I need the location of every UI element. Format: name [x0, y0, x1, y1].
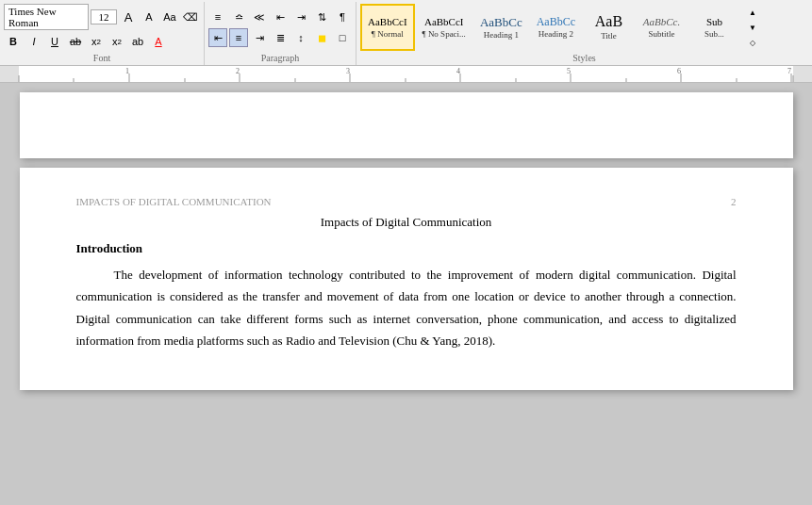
style-title[interactable]: AaB Title	[583, 4, 635, 51]
doc-area: IMPACTS OF DIGITAL COMMUNICATION 2 Impac…	[0, 83, 812, 505]
page-main: IMPACTS OF DIGITAL COMMUNICATION 2 Impac…	[20, 168, 793, 390]
align-left-btn[interactable]: ⇤	[208, 28, 227, 47]
increase-indent-btn[interactable]: ⇥	[291, 8, 310, 26]
svg-rect-0	[0, 66, 19, 83]
doc-title: Impacts of Digital Communication	[76, 215, 737, 230]
bullets-btn[interactable]: ≡	[208, 8, 227, 26]
style-subtitle-preview: AaBbCc.	[643, 17, 680, 27]
header-title: IMPACTS OF DIGITAL COMMUNICATION	[76, 196, 272, 207]
paragraph-label: Paragraph	[208, 53, 352, 63]
strikethrough-btn[interactable]: ab	[66, 32, 85, 51]
svg-text:5: 5	[567, 67, 571, 75]
styles-label: Styles	[360, 53, 808, 63]
shading-btn[interactable]: ◼	[312, 28, 331, 47]
decrease-font-btn[interactable]: A	[140, 8, 158, 26]
style-heading2[interactable]: AaBbCc Heading 2	[530, 4, 582, 51]
main-paragraph: The development of information technolog…	[76, 264, 737, 352]
page-header: IMPACTS OF DIGITAL COMMUNICATION 2	[76, 196, 737, 207]
section-heading: Introduction	[76, 241, 737, 256]
styles-more[interactable]: ◇	[743, 35, 762, 50]
svg-text:7: 7	[787, 67, 791, 75]
svg-text:3: 3	[346, 67, 350, 75]
style-sub[interactable]: Sub Sub...	[688, 4, 740, 51]
page-top	[20, 92, 793, 158]
style-sub-preview: Sub	[706, 17, 722, 27]
style-nospace[interactable]: AaBbCcI ¶ No Spaci...	[416, 4, 472, 51]
style-heading2-preview: AaBbCc	[537, 16, 575, 27]
style-heading1-preview: AaBbCc	[480, 16, 522, 28]
ribbon: Times New Roman 12 A A Aa ⌫ B I U ab x2 …	[0, 0, 812, 66]
font-color-btn[interactable]: A	[149, 32, 168, 51]
styles-scroll-down[interactable]: ▼	[743, 20, 762, 35]
style-normal-label: ¶ Normal	[372, 29, 404, 39]
subscript-btn[interactable]: x2	[87, 32, 106, 51]
highlight-btn[interactable]: ab	[128, 32, 147, 51]
superscript-btn[interactable]: x2	[108, 32, 126, 51]
font-size-input[interactable]: 12	[91, 9, 117, 24]
style-nospace-label: ¶ No Spaci...	[423, 29, 466, 39]
multilevel-btn[interactable]: ≪	[250, 8, 269, 26]
show-hide-btn[interactable]: ¶	[333, 8, 352, 26]
style-nospace-preview: AaBbCcI	[424, 17, 464, 27]
font-section: Times New Roman 12 A A Aa ⌫ B I U ab x2 …	[0, 2, 205, 65]
style-sub-label: Sub...	[704, 29, 724, 39]
underline-btn[interactable]: U	[45, 32, 64, 51]
style-subtitle-label: Subtitle	[648, 29, 674, 39]
increase-font-btn[interactable]: A	[119, 8, 138, 26]
line-spacing-btn[interactable]: ↕	[291, 28, 310, 47]
style-heading1-label: Heading 1	[484, 30, 519, 40]
svg-text:4: 4	[456, 67, 460, 75]
bold-btn[interactable]: B	[4, 32, 23, 51]
style-title-label: Title	[601, 31, 617, 41]
sort-btn[interactable]: ⇅	[312, 8, 331, 26]
style-subtitle[interactable]: AaBbCc. Subtitle	[636, 4, 688, 51]
svg-rect-1	[793, 66, 812, 83]
clear-format-btn[interactable]: ⌫	[181, 8, 200, 26]
change-case-btn[interactable]: Aa	[160, 8, 179, 26]
header-page: 2	[731, 196, 737, 207]
svg-text:6: 6	[677, 67, 681, 75]
borders-btn[interactable]: □	[333, 28, 352, 47]
style-heading1[interactable]: AaBbCc Heading 1	[473, 4, 529, 51]
font-family-input[interactable]: Times New Roman	[4, 4, 89, 30]
ruler: 1 2 3 4 5 6 7	[0, 66, 812, 83]
justify-btn[interactable]: ≣	[271, 28, 290, 47]
svg-text:2: 2	[236, 67, 240, 75]
paragraph-section: ≡ ≏ ≪ ⇤ ⇥ ⇅ ¶ ⇤ ≡ ⇥ ≣ ↕ ◼	[205, 2, 356, 65]
style-normal[interactable]: AaBbCcI ¶ Normal	[360, 4, 415, 51]
decrease-indent-btn[interactable]: ⇤	[271, 8, 290, 26]
styles-section: AaBbCcI ¶ Normal AaBbCcI ¶ No Spaci... A…	[356, 2, 812, 65]
align-center-btn[interactable]: ≡	[229, 28, 248, 47]
style-title-preview: AaB	[595, 14, 622, 29]
font-label: Font	[4, 53, 200, 63]
italic-btn[interactable]: I	[25, 32, 43, 51]
style-heading2-label: Heading 2	[539, 29, 573, 39]
svg-text:1: 1	[125, 67, 129, 75]
styles-scroll-up[interactable]: ▲	[743, 5, 762, 20]
align-right-btn[interactable]: ⇥	[250, 28, 269, 47]
style-normal-preview: AaBbCcI	[368, 17, 407, 27]
numbering-btn[interactable]: ≏	[229, 8, 248, 26]
